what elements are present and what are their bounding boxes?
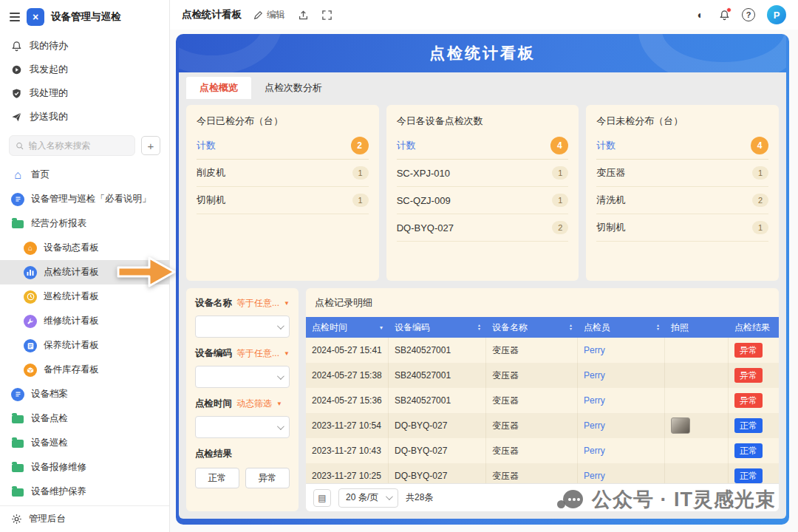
item-badge: 1 bbox=[752, 221, 768, 234]
filter-operator-toggle[interactable]: 设备名称 等于任意... ▼ bbox=[195, 297, 290, 310]
wrench-icon bbox=[24, 315, 37, 328]
collapse-sidebar-icon[interactable] bbox=[10, 13, 20, 21]
avatar[interactable]: P bbox=[767, 5, 786, 24]
inspector-link[interactable]: Perry bbox=[584, 345, 605, 355]
theme-toggle-icon[interactable]: ◐ bbox=[695, 9, 706, 21]
list-item: SC-QZJ-009 1 bbox=[397, 187, 569, 214]
list-item: 清洗机 2 bbox=[596, 187, 768, 214]
sidebar-item-device-patrol[interactable]: 设备巡检 bbox=[0, 431, 169, 455]
sidebar-item-readme[interactable]: 设备管理与巡检「必看说明」 bbox=[0, 187, 169, 211]
tab-count-analysis[interactable]: 点检次数分析 bbox=[251, 77, 335, 99]
table-view-button[interactable]: ▤ bbox=[313, 489, 331, 507]
edit-button[interactable]: 编辑 bbox=[253, 9, 285, 21]
result-normal-button[interactable]: 正常 bbox=[195, 468, 239, 488]
inspector-link[interactable]: Perry bbox=[584, 420, 605, 431]
table-row[interactable]: 2023-11-27 10:54 DQ-BYQ-027 变压器 Perry 正常 bbox=[306, 413, 779, 438]
col-header-inspector[interactable]: 点检员▴▾ bbox=[578, 317, 665, 338]
col-header-photo[interactable]: 拍照 bbox=[665, 317, 729, 338]
count-link[interactable]: 计数 bbox=[397, 139, 416, 152]
sidebar-item-label: 设备管理与巡检「必看说明」 bbox=[31, 193, 151, 205]
col-header-result[interactable]: 点检结果 bbox=[729, 317, 779, 338]
sidebar-item-label: 设备报修维修 bbox=[31, 461, 86, 474]
sort-icon[interactable]: ▴▾ bbox=[570, 324, 572, 331]
filter-operator-toggle[interactable]: 设备编码 等于任意... ▼ bbox=[195, 347, 290, 360]
quick-item-label: 我的待办 bbox=[30, 39, 68, 52]
quick-item-todo[interactable]: 我的待办 bbox=[0, 34, 169, 58]
search-input[interactable] bbox=[29, 140, 129, 151]
admin-backend-link[interactable]: 管理后台 bbox=[0, 505, 169, 532]
fullscreen-button[interactable] bbox=[321, 9, 332, 21]
sidebar-item-maintenance-stats[interactable]: 保养统计看板 bbox=[0, 333, 169, 358]
sidebar-item-label: 设备点检 bbox=[31, 412, 68, 425]
dashboard-title: 点检统计看板 bbox=[429, 43, 536, 64]
col-header-time[interactable]: 点检时间▾ bbox=[306, 317, 389, 338]
result-abnormal-button[interactable]: 异常 bbox=[245, 468, 290, 488]
home-icon: ⌂ bbox=[11, 169, 24, 181]
clipboard-icon bbox=[24, 339, 37, 352]
bar-chart-icon bbox=[24, 266, 37, 279]
photo-thumbnail[interactable] bbox=[671, 417, 690, 434]
col-header-code[interactable]: 设备编码▴▾ bbox=[389, 317, 486, 338]
sidebar-item-label: 巡检统计看板 bbox=[44, 290, 99, 303]
sidebar-item-device-maintain[interactable]: 设备维护保养 bbox=[0, 480, 169, 504]
sidebar-item-device-inspection[interactable]: 设备点检 bbox=[0, 406, 169, 431]
clock-icon bbox=[24, 290, 37, 304]
sidebar-item-spareparts-stats[interactable]: 备件库存看板 bbox=[0, 358, 169, 382]
filter-operator-toggle[interactable]: 点检时间 动态筛选 ▼ bbox=[195, 398, 290, 410]
search-box[interactable] bbox=[9, 135, 135, 156]
inspector-link[interactable]: Perry bbox=[584, 471, 605, 481]
inspector-link[interactable]: Perry bbox=[584, 395, 605, 406]
sidebar-item-label: 设备维护保养 bbox=[31, 485, 86, 498]
table-row[interactable]: 2024-05-27 15:41 SB240527001 变压器 Perry 异… bbox=[306, 338, 779, 363]
stat-cards: 今日已检分布（台） 计数 2 削皮机 1 切制机 1 bbox=[179, 99, 786, 287]
help-button[interactable]: ? bbox=[742, 8, 755, 21]
result-filter-buttons: 正常 异常 bbox=[195, 468, 290, 488]
count-row[interactable]: 计数 4 bbox=[397, 132, 569, 160]
sidebar-item-label: 设备动态看板 bbox=[44, 242, 99, 254]
inspect-time-select[interactable] bbox=[195, 416, 290, 438]
search-icon bbox=[16, 141, 24, 151]
sidebar-nav: ⌂ 首页 设备管理与巡检「必看说明」 经营分析报表 ⌂ 设备动态看板 点检统计看… bbox=[0, 163, 169, 505]
quick-item-initiated[interactable]: 我发起的 bbox=[0, 58, 169, 81]
page-size-select[interactable]: 20 条/页 bbox=[338, 488, 398, 508]
box-icon bbox=[24, 364, 37, 377]
table-row[interactable]: 2024-05-27 15:38 SB240527001 变压器 Perry 异… bbox=[306, 363, 779, 388]
quick-item-processed[interactable]: 我处理的 bbox=[0, 81, 169, 105]
sidebar-item-device-archive[interactable]: 设备档案 bbox=[0, 382, 169, 406]
sidebar-item-home[interactable]: ⌂ 首页 bbox=[0, 163, 169, 187]
table-row[interactable]: 2024-05-27 15:36 SB240527001 变压器 Perry 异… bbox=[306, 388, 779, 413]
filter-device-name: 设备名称 等于任意... ▼ bbox=[195, 297, 290, 338]
sort-desc-icon[interactable]: ▾ bbox=[380, 324, 383, 331]
sidebar-item-report-group[interactable]: 经营分析报表 bbox=[0, 211, 169, 236]
sidebar-item-device-repair[interactable]: 设备报修维修 bbox=[0, 455, 169, 480]
table-row[interactable]: 2023-11-27 10:43 DQ-BYQ-027 变压器 Perry 正常 bbox=[306, 438, 779, 463]
list-item: SC-XPJ-010 1 bbox=[397, 160, 569, 187]
item-label: 切制机 bbox=[197, 194, 225, 207]
count-row[interactable]: 计数 2 bbox=[197, 132, 369, 160]
sort-icon[interactable]: ▴▾ bbox=[657, 324, 659, 331]
caret-down-icon: ▼ bbox=[276, 400, 282, 407]
sort-icon[interactable]: ▴▾ bbox=[478, 324, 480, 331]
device-name-select[interactable] bbox=[195, 316, 290, 338]
share-button[interactable] bbox=[297, 9, 309, 21]
card-title: 今日未检分布（台） bbox=[596, 111, 768, 132]
sidebar-item-repair-stats[interactable]: 维修统计看板 bbox=[0, 309, 169, 333]
col-header-name[interactable]: 设备名称▴▾ bbox=[486, 317, 578, 338]
add-button[interactable]: + bbox=[141, 136, 160, 155]
count-link[interactable]: 计数 bbox=[596, 139, 615, 152]
tab-overview[interactable]: 点检概览 bbox=[186, 77, 251, 99]
inspector-link[interactable]: Perry bbox=[584, 446, 605, 456]
notifications-button[interactable] bbox=[718, 9, 730, 21]
inspector-link[interactable]: Perry bbox=[584, 370, 605, 381]
check-circle-icon bbox=[11, 88, 22, 99]
list-item: DQ-BYQ-027 2 bbox=[397, 214, 569, 242]
notification-dot bbox=[726, 7, 732, 13]
filter-operator[interactable]: 动态筛选 bbox=[236, 398, 272, 410]
table-title: 点检记录明细 bbox=[306, 293, 779, 317]
filter-operator[interactable]: 等于任意... bbox=[236, 347, 279, 360]
quick-item-cc[interactable]: 抄送我的 bbox=[0, 105, 169, 129]
device-code-select[interactable] bbox=[195, 366, 290, 388]
count-link[interactable]: 计数 bbox=[197, 139, 216, 152]
filter-operator[interactable]: 等于任意... bbox=[236, 297, 279, 310]
count-row[interactable]: 计数 4 bbox=[596, 132, 768, 160]
